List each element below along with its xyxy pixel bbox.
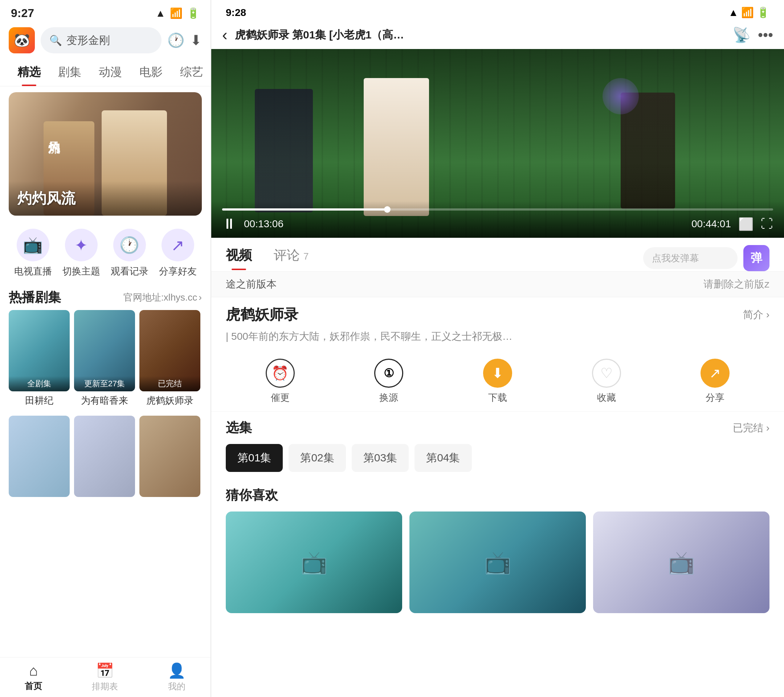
tab-featured[interactable]: 精选 (9, 58, 49, 86)
rec-title: 猜你喜欢 (226, 486, 769, 504)
nav-home-label: 首页 (25, 680, 42, 692)
action-history-label: 观看记录 (111, 265, 148, 278)
tab-variety[interactable]: 综艺 (171, 58, 211, 86)
tab-drama[interactable]: 剧集 (49, 58, 90, 86)
drama-name-1: 田耕纪 (9, 394, 70, 407)
episode-btn-3[interactable]: 第03集 (352, 444, 409, 472)
more-icon[interactable]: ••• (758, 27, 773, 43)
nav-mine[interactable]: 👤 我的 (168, 662, 186, 692)
hot-dramas-header: 热播剧集 官网地址:xlhys.cc › (0, 285, 211, 310)
right-wifi-icon: 📶 (741, 7, 754, 18)
episode-btn-4[interactable]: 第04集 (415, 444, 471, 472)
share2-label: 分享 (706, 391, 725, 404)
action-remind[interactable]: ⏰ 催更 (266, 359, 295, 404)
drama-name-2: 为有暗香来 (74, 394, 135, 407)
left-status-icons: ▲ 📶 🔋 (155, 7, 199, 19)
action-theme[interactable]: ✦ 切换主题 (63, 229, 100, 278)
video-player[interactable]: ⏸ 00:13:06 00:44:01 ⬜ ⛶ (211, 49, 784, 238)
drama-card-2[interactable]: 更新至27集 为有暗香来 (74, 310, 135, 407)
drama-card-3[interactable]: 已完结 虎鹤妖师录 (139, 310, 200, 407)
right-signal-icon: ▲ (728, 7, 739, 18)
collect-label: 收藏 (597, 391, 616, 404)
hero-overlay: 灼灼风流 (9, 181, 202, 216)
nav-schedule[interactable]: 📅 排期表 (92, 662, 118, 692)
action-tv-live[interactable]: 📺 电视直播 (14, 229, 52, 278)
drama-grid: 全剧集 田耕纪 更新至27集 为有暗香来 已完结 虎鹤妖师录 (0, 310, 211, 407)
action-share2[interactable]: ↗ 分享 (700, 359, 730, 404)
rec-card-2[interactable]: 📺 (409, 511, 586, 613)
comment-badge: 7 (303, 251, 308, 262)
download-icon[interactable]: ⬇ (190, 32, 202, 48)
drama-card-5[interactable] (74, 416, 135, 497)
remind-label: 催更 (271, 391, 290, 404)
right-time: 9:28 (226, 7, 246, 18)
rec-card-3[interactable]: 📺 (593, 511, 769, 613)
rec-card-1[interactable]: 📺 (226, 511, 402, 613)
video-header: ‹ 虎鹤妖师录 第01集 [小老虎1（高… 📡 ••• (211, 22, 784, 49)
drama-thumb-4 (9, 416, 70, 497)
action-share[interactable]: ↗ 分享好友 (159, 229, 197, 278)
prev-version-right: 请删除之前版z (703, 277, 769, 291)
remind-icon: ⏰ (266, 359, 295, 388)
tab-comments[interactable]: 评论 7 (274, 247, 308, 270)
share-icon: ↗ (161, 229, 194, 261)
drama-thumb-5 (74, 416, 135, 497)
theme-icon: ✦ (65, 229, 98, 261)
quick-actions: 📺 电视直播 ✦ 切换主题 🕐 观看记录 ↗ 分享好友 (0, 221, 211, 285)
episode-header: 选集 已完结 › (226, 419, 769, 437)
action-source[interactable]: ① 换源 (374, 359, 403, 404)
search-box[interactable]: 🔍 变形金刚 (41, 27, 161, 53)
action-collect[interactable]: ♡ 收藏 (592, 359, 621, 404)
website-link[interactable]: 官网地址:xlhys.cc › (124, 291, 202, 304)
back-button[interactable]: ‹ (222, 26, 227, 44)
right-panel: 9:28 ▲ 📶 🔋 ‹ 虎鹤妖师录 第01集 [小老虎1（高… 📡 ••• (211, 0, 784, 697)
action-tv-label: 电视直播 (14, 265, 52, 278)
prev-version-bar: 途之前版本 请删除之前版z (211, 272, 784, 297)
nav-home[interactable]: ⌂ 首页 (25, 662, 42, 692)
drama-badge-3: 已完结 (139, 376, 200, 391)
drama-intro-link[interactable]: 简介 › (743, 308, 769, 321)
progress-fill (222, 208, 387, 211)
hero-banner[interactable]: 灼灼风流 灼灼风流 (9, 92, 202, 216)
tab-anime[interactable]: 动漫 (90, 58, 131, 86)
pip-button[interactable]: ⬜ (738, 217, 754, 231)
left-panel: 9:27 ▲ 📶 🔋 🐼 🔍 变形金刚 🕐 ⬇ 精选 剧集 动漫 电影 综艺 直… (0, 0, 211, 697)
play-pause-button[interactable]: ⏸ (222, 216, 237, 232)
episode-btn-1[interactable]: 第01集 (226, 444, 283, 472)
drama-card-1[interactable]: 全剧集 田耕纪 (9, 310, 70, 407)
mine-icon: 👤 (168, 662, 186, 679)
action-buttons: ⏰ 催更 ① 换源 ⬇ 下载 ♡ 收藏 ↗ 分享 (211, 351, 784, 412)
history-icon[interactable]: 🕐 (167, 32, 184, 48)
episode-section: 选集 已完结 › 第01集 第02集 第03集 第04集 (211, 412, 784, 479)
fullscreen-button[interactable]: ⛶ (761, 217, 773, 231)
episode-btn-2[interactable]: 第02集 (288, 444, 346, 472)
schedule-icon: 📅 (96, 662, 114, 679)
episode-status[interactable]: 已完结 › (733, 421, 769, 435)
drama-card-4[interactable] (9, 416, 70, 497)
drama-card-6[interactable] (139, 416, 200, 497)
action-history[interactable]: 🕐 观看记录 (111, 229, 148, 278)
progress-bar[interactable] (222, 208, 773, 211)
video-title: 虎鹤妖师录 第01集 [小老虎1（高… (235, 28, 725, 43)
search-text: 变形金刚 (66, 33, 153, 48)
drama-grid-row2 (0, 411, 211, 497)
app-logo[interactable]: 🐼 (9, 27, 35, 53)
tab-video[interactable]: 视频 (226, 247, 252, 270)
drama-thumb-1: 全剧集 (9, 310, 70, 391)
action-download[interactable]: ⬇ 下载 (483, 359, 512, 404)
progress-thumb (384, 206, 390, 213)
source-icon: ① (374, 359, 403, 388)
cast-icon[interactable]: 📡 (733, 26, 751, 44)
search-icon: 🔍 (49, 35, 62, 46)
danmu-area: 点我发弹幕 弹 (643, 245, 769, 271)
signal-icon: ▲ (155, 8, 166, 19)
nav-mine-label: 我的 (168, 681, 186, 692)
source-label: 换源 (379, 391, 398, 404)
download-label: 下载 (488, 391, 507, 404)
tab-movie[interactable]: 电影 (131, 58, 171, 86)
danmu-input[interactable]: 点我发弹幕 (643, 247, 738, 269)
content-area: 视频 评论 7 点我发弹幕 弹 途之前版本 请删除之前版z 虎鹤妖师录 简介 ›… (211, 238, 784, 697)
left-status-bar: 9:27 ▲ 📶 🔋 (0, 0, 211, 24)
download-icon2: ⬇ (483, 359, 512, 388)
danmu-button[interactable]: 弹 (743, 245, 769, 271)
